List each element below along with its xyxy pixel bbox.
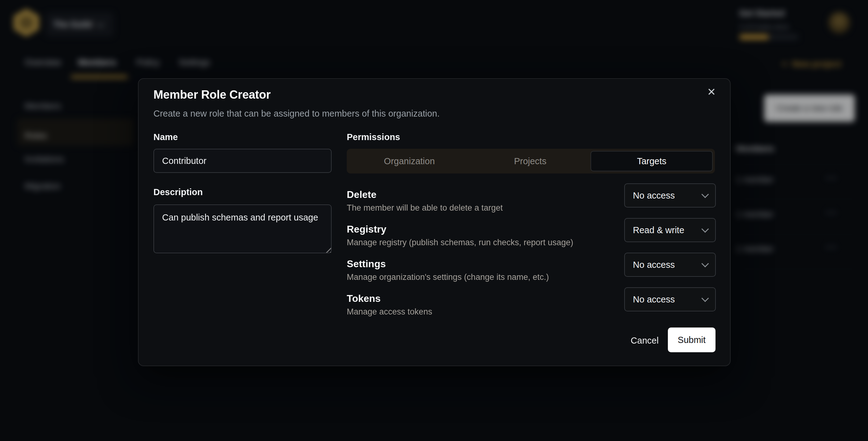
chevron-down-icon (701, 294, 709, 302)
description-label: Description (153, 187, 203, 197)
permission-desc-delete: The member will be able to delete a targ… (347, 203, 503, 213)
name-label: Name (153, 132, 178, 142)
app-window: The Guild Get Started 4 of 8 tasks done … (0, 0, 868, 441)
dialog-title: Member Role Creator (153, 88, 271, 101)
permission-title-tokens: Tokens (347, 293, 381, 304)
permission-select-delete[interactable]: No access (624, 183, 716, 208)
permission-select-settings[interactable]: No access (624, 253, 716, 277)
submit-button[interactable]: Submit (668, 327, 715, 352)
permissions-label: Permissions (347, 132, 400, 142)
member-role-creator-dialog: ✕ Member Role Creator Create a new role … (138, 78, 731, 366)
permission-title-settings: Settings (347, 258, 386, 270)
role-name-input[interactable] (153, 149, 332, 173)
permission-title-delete: Delete (347, 189, 376, 200)
chevron-down-icon (701, 225, 709, 232)
selected-value: No access (633, 260, 675, 270)
close-icon[interactable]: ✕ (703, 83, 720, 100)
cancel-button[interactable]: Cancel (617, 331, 672, 350)
dialog-subtitle: Create a new role that can be assigned t… (153, 108, 440, 119)
permission-select-registry[interactable]: Read & write (624, 218, 716, 242)
permission-desc-tokens: Manage access tokens (347, 307, 432, 317)
permission-desc-registry: Manage registry (publish schemas, run ch… (347, 238, 573, 247)
permission-title-registry: Registry (347, 224, 386, 235)
role-description-textarea[interactable]: Can publish schemas and report usage (153, 204, 332, 253)
chevron-down-icon (701, 260, 709, 267)
tab-targets[interactable]: Targets (591, 151, 713, 171)
permissions-tab-group: Organization Projects Targets (347, 149, 715, 174)
selected-value: No access (633, 190, 675, 201)
selected-value: No access (633, 294, 675, 305)
selected-value: Read & write (633, 225, 684, 235)
tab-organization[interactable]: Organization (349, 151, 470, 171)
permission-select-tokens[interactable]: No access (624, 287, 716, 311)
tab-projects[interactable]: Projects (470, 151, 591, 171)
permission-desc-settings: Manage organization's settings (change i… (347, 273, 549, 282)
chevron-down-icon (701, 190, 709, 198)
